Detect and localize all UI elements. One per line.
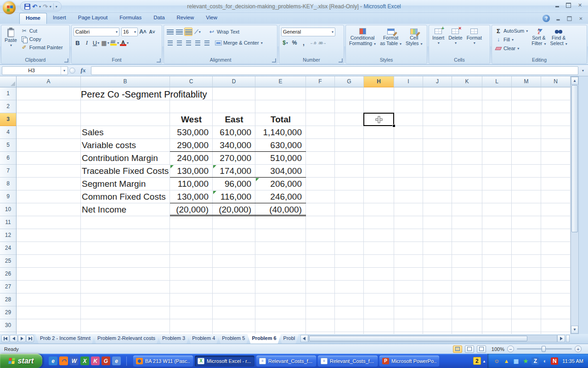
column-header-I[interactable]: I: [394, 76, 423, 87]
comma-style-button[interactable]: ,: [300, 39, 308, 47]
previous-sheet-icon[interactable]: [10, 335, 17, 342]
cell-C6[interactable]: 240,000: [170, 152, 213, 165]
normal-view-button[interactable]: [453, 345, 462, 353]
workbook-minimize-icon[interactable]: [555, 16, 561, 21]
hidden-icons-chevron-icon[interactable]: ▴: [483, 359, 486, 363]
font-color-button[interactable]: A▾: [120, 39, 129, 47]
cell-D3[interactable]: East: [213, 113, 255, 126]
sort-filter-button[interactable]: AZ Sort & Filter ▾: [530, 27, 547, 57]
conditional-formatting-button[interactable]: Conditional Formatting ▾: [348, 27, 377, 57]
vertical-scrollbar[interactable]: ▲ ▼: [571, 76, 579, 334]
merge-center-button[interactable]: Merge & Center▾: [214, 39, 264, 47]
cell-C8[interactable]: 110,000: [170, 178, 213, 190]
cell-C7[interactable]: 130,000: [170, 165, 213, 178]
row-header-11[interactable]: 11: [0, 216, 16, 229]
row-header-24[interactable]: 24: [0, 242, 16, 255]
column-header-H[interactable]: H: [364, 76, 394, 87]
wrap-text-button[interactable]: Wrap Text: [207, 28, 240, 36]
row-header-25[interactable]: 25: [0, 255, 16, 268]
outlook-icon[interactable]: e: [112, 356, 121, 365]
cell-B7[interactable]: Traceable Fixed Costs: [81, 165, 170, 178]
insert-function-button[interactable]: fx: [77, 66, 90, 75]
taskbar-button-excel[interactable]: XMicrosoft Excel - r...: [195, 356, 254, 367]
selected-cell-H3[interactable]: [363, 113, 394, 126]
column-header-M[interactable]: M: [512, 76, 541, 87]
cell-D10[interactable]: (20,000): [213, 203, 255, 216]
ribbon-tab-page-layout[interactable]: Page Layout: [72, 13, 114, 24]
clipboard-dialog-launcher-icon[interactable]: [64, 58, 68, 63]
row-header-27[interactable]: 27: [0, 281, 16, 293]
row-header-1[interactable]: 1: [0, 87, 16, 100]
cell-D7[interactable]: 174,000: [213, 165, 255, 178]
format-cells-button[interactable]: Format▾: [465, 27, 483, 57]
workbook-close-icon[interactable]: ✕: [578, 16, 584, 21]
page-break-view-button[interactable]: [477, 345, 486, 353]
cell-D9[interactable]: 116,000: [213, 190, 255, 203]
find-select-button[interactable]: Find & Select ▾: [549, 27, 569, 57]
cell-D6[interactable]: 270,000: [213, 152, 255, 165]
scroll-right-icon[interactable]: [557, 335, 565, 342]
cell-C3[interactable]: West: [170, 113, 213, 126]
font-name-select[interactable]: Calibri▾: [74, 28, 119, 36]
increase-decimal-button[interactable]: ←.0: [309, 39, 317, 47]
scroll-up-icon[interactable]: ▲: [571, 77, 578, 85]
z-app-icon[interactable]: Z: [531, 357, 539, 365]
row-header-7[interactable]: 7: [0, 165, 16, 178]
row-header-12[interactable]: 12: [0, 229, 16, 242]
decrease-decimal-button[interactable]: .00→: [318, 39, 326, 47]
taskbar-button-document[interactable]: ≡Relevant_Costs_f...: [256, 356, 316, 367]
network-icon[interactable]: ▦: [512, 357, 520, 365]
row-header-10[interactable]: 10: [0, 203, 16, 216]
shield-icon[interactable]: ▲: [503, 357, 510, 365]
accounting-format-button[interactable]: $▾: [281, 39, 289, 47]
row-header-26[interactable]: 26: [0, 268, 16, 281]
cell-E6[interactable]: 510,000: [255, 152, 306, 165]
cell-E10[interactable]: (40,000): [255, 203, 306, 216]
autosum-button[interactable]: ΣAutoSum▾: [494, 27, 529, 35]
cell-B1[interactable]: Perez Co -Segment Profitablity: [81, 88, 207, 100]
cell-D4[interactable]: 610,000: [213, 126, 255, 139]
formula-input[interactable]: [91, 66, 578, 75]
key-icon[interactable]: K: [91, 356, 100, 365]
align-center-button[interactable]: [175, 39, 183, 47]
zoom-level[interactable]: 100%: [489, 346, 504, 352]
font-dialog-launcher-icon[interactable]: [157, 58, 161, 63]
tab-split-handle[interactable]: [566, 335, 570, 342]
first-sheet-icon[interactable]: [1, 335, 9, 342]
cell-C10[interactable]: (20,000): [170, 203, 213, 216]
ribbon-tab-formulas[interactable]: Formulas: [113, 13, 147, 24]
insert-cells-button[interactable]: + Insert▾: [431, 27, 446, 57]
sheet-tab-problem-4[interactable]: Problem 4: [187, 334, 220, 344]
top-align-button[interactable]: [166, 28, 174, 36]
row-header-5[interactable]: 5: [0, 139, 16, 152]
restore-icon[interactable]: [565, 2, 572, 8]
name-box-dropdown-icon[interactable]: [61, 67, 68, 75]
column-header-K[interactable]: K: [452, 76, 482, 87]
sheet-tab-problem-2-relevant-costs[interactable]: Problem 2-Relevant costs: [93, 334, 160, 344]
alignment-dialog-launcher-icon[interactable]: [272, 58, 276, 63]
cell-C4[interactable]: 530,000: [170, 126, 213, 139]
taskbar-button-firefox[interactable]: BA 213 W11 (Pasc...: [133, 356, 193, 367]
format-painter-button[interactable]: Format Painter: [20, 43, 64, 52]
column-header-E[interactable]: E: [255, 76, 306, 87]
office-button[interactable]: [2, 0, 17, 15]
borders-button[interactable]: ▾: [101, 39, 109, 47]
taskbar-button-powerpoint[interactable]: PMicrosoft PowerPo...: [379, 356, 439, 367]
orientation-button[interactable]: ▾: [193, 28, 202, 36]
cell-B6[interactable]: Contribution Margin: [81, 152, 170, 165]
horizontal-scroll-thumb[interactable]: [309, 336, 528, 341]
fill-color-button[interactable]: ▾: [110, 39, 119, 47]
sheet-tab-prob-2-income-stmnt[interactable]: Prob 2 - Income Stmnt: [35, 334, 95, 344]
column-header-F[interactable]: F: [306, 76, 335, 87]
internet-explorer-icon[interactable]: e: [49, 356, 57, 365]
horizontal-scrollbar[interactable]: [300, 334, 570, 342]
font-size-select[interactable]: 16▾: [121, 28, 138, 36]
vertical-scroll-thumb[interactable]: [571, 85, 578, 232]
percent-style-button[interactable]: %: [290, 39, 299, 47]
cut-button[interactable]: Cut: [20, 27, 64, 35]
row-header-4[interactable]: 4: [0, 126, 16, 139]
column-header-C[interactable]: C: [170, 76, 213, 87]
workbook-restore-icon[interactable]: [566, 16, 573, 21]
column-header-A[interactable]: A: [17, 76, 81, 87]
number-format-select[interactable]: General▾: [281, 28, 335, 36]
